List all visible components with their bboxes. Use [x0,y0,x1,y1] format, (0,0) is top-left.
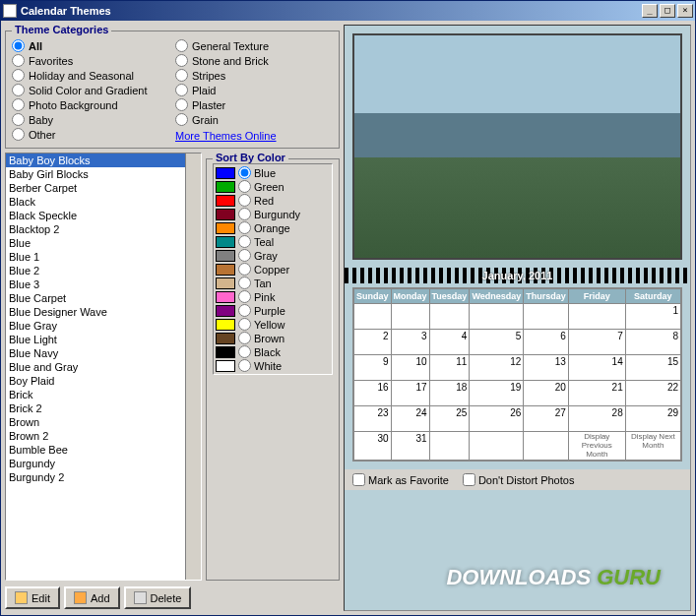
calendar-cell[interactable]: 2 [354,330,392,355]
theme-item[interactable]: Brick 2 [6,401,185,415]
calendar-cell[interactable]: 26 [470,406,524,432]
theme-item[interactable]: Blue Light [6,333,185,346]
delete-button[interactable]: Delete [124,586,192,609]
calendar-cell[interactable]: 4 [429,330,470,355]
dont-distort-checkbox[interactable]: Don't Distort Photos [463,473,574,486]
add-button[interactable]: Add [64,586,120,609]
calendar-cell[interactable]: 13 [524,355,569,381]
category-radio-general-texture[interactable]: General Texture [175,39,333,52]
category-radio-holiday-and-seasonal[interactable]: Holiday and Seasonal [12,69,169,82]
color-radio-brown[interactable]: Brown [216,332,330,344]
calendar-cell[interactable] [429,432,470,461]
category-radio-baby[interactable]: Baby [12,113,169,126]
calendar-cell[interactable]: 1 [625,304,680,330]
theme-item[interactable]: Blue Carpet [6,291,185,305]
calendar-cell[interactable]: 16 [354,381,392,406]
color-radio-copper[interactable]: Copper [216,263,330,276]
theme-item[interactable]: Black [6,195,185,209]
calendar-cell[interactable]: 11 [429,355,470,381]
theme-item[interactable]: Black Speckle [6,209,185,222]
calendar-cell[interactable]: 12 [470,355,524,381]
theme-item[interactable]: Baby Boy Blocks [6,154,185,167]
theme-item[interactable]: Burgundy 2 [6,470,185,484]
theme-item[interactable]: Blue 3 [6,277,185,291]
calendar-cell[interactable]: 30 [354,432,392,461]
prev-month-link[interactable]: Display Previous Month [568,432,625,461]
theme-item[interactable]: Blue 2 [6,264,185,277]
mark-favorite-checkbox[interactable]: Mark as Favorite [352,473,449,486]
theme-item[interactable]: Blue and Gray [6,360,185,374]
category-radio-grain[interactable]: Grain [175,113,333,126]
calendar-cell[interactable]: 15 [625,355,680,381]
more-themes-link[interactable]: More Themes Online [175,130,333,142]
category-radio-other[interactable]: Other [12,128,169,141]
calendar-cell[interactable]: 29 [625,406,680,432]
theme-item[interactable]: Berber Carpet [6,181,185,195]
theme-item[interactable]: Blue Navy [6,346,185,360]
category-radio-solid-color-and-gradient[interactable]: Solid Color and Gradient [12,84,169,96]
theme-item[interactable]: Blue Gray [6,319,185,333]
calendar-cell[interactable]: 31 [391,432,429,461]
calendar-cell[interactable]: 6 [524,330,569,355]
calendar-cell[interactable]: 28 [568,406,625,432]
calendar-cell[interactable]: 5 [470,330,524,355]
minimize-button[interactable]: _ [642,4,658,18]
edit-button[interactable]: Edit [5,586,60,609]
theme-item[interactable]: Burgundy [6,457,185,470]
calendar-cell[interactable] [429,304,470,330]
calendar-cell[interactable]: 7 [568,330,625,355]
color-radio-burgundy[interactable]: Burgundy [216,208,330,220]
category-radio-stone-and-brick[interactable]: Stone and Brick [175,54,333,67]
theme-item[interactable]: Blue 1 [6,250,185,264]
color-radio-orange[interactable]: Orange [216,221,330,234]
theme-item[interactable]: Brown 2 [6,429,185,443]
theme-item[interactable]: Blue [6,236,185,250]
calendar-cell[interactable]: 27 [524,406,569,432]
theme-item[interactable]: Bumble Bee [6,443,185,457]
color-radio-purple[interactable]: Purple [216,304,330,317]
calendar-cell[interactable]: 19 [470,381,524,406]
color-radio-pink[interactable]: Pink [216,290,330,303]
color-radio-white[interactable]: White [216,359,330,372]
category-radio-favorites[interactable]: Favorites [12,54,169,67]
color-radio-red[interactable]: Red [216,194,330,207]
maximize-button[interactable]: □ [660,4,675,18]
calendar-cell[interactable]: 20 [524,381,569,406]
calendar-cell[interactable]: 21 [568,381,625,406]
theme-item[interactable]: Blue Designer Wave [6,305,185,319]
category-radio-photo-background[interactable]: Photo Background [12,98,169,111]
category-radio-plaster[interactable]: Plaster [175,98,333,111]
color-radio-teal[interactable]: Teal [216,235,330,248]
theme-item[interactable]: Boy Plaid [6,374,185,388]
next-month-link[interactable]: Display Next Month [625,432,680,461]
calendar-cell[interactable]: 24 [391,406,429,432]
calendar-cell[interactable] [470,304,524,330]
calendar-cell[interactable]: 14 [568,355,625,381]
color-radio-black[interactable]: Black [216,345,330,358]
theme-item[interactable]: Brown [6,415,185,429]
calendar-cell[interactable] [524,304,569,330]
theme-list-scrollbar[interactable] [185,154,201,580]
calendar-cell[interactable]: 18 [429,381,470,406]
color-radio-green[interactable]: Green [216,180,330,193]
calendar-cell[interactable] [354,304,392,330]
category-radio-plaid[interactable]: Plaid [175,84,333,96]
color-radio-tan[interactable]: Tan [216,277,330,289]
calendar-cell[interactable]: 8 [625,330,680,355]
color-radio-yellow[interactable]: Yellow [216,318,330,331]
calendar-cell[interactable] [391,304,429,330]
color-radio-blue[interactable]: Blue [216,166,330,179]
calendar-cell[interactable] [568,304,625,330]
theme-item[interactable]: Baby Girl Blocks [6,167,185,181]
theme-item[interactable]: Brick [6,388,185,401]
calendar-cell[interactable]: 9 [354,355,392,381]
calendar-cell[interactable]: 25 [429,406,470,432]
color-radio-gray[interactable]: Gray [216,249,330,262]
calendar-cell[interactable]: 23 [354,406,392,432]
theme-item[interactable]: Blacktop 2 [6,222,185,236]
calendar-cell[interactable]: 22 [625,381,680,406]
calendar-cell[interactable]: 3 [391,330,429,355]
close-button[interactable]: × [677,4,693,18]
calendar-cell[interactable] [470,432,524,461]
calendar-cell[interactable]: 17 [391,381,429,406]
